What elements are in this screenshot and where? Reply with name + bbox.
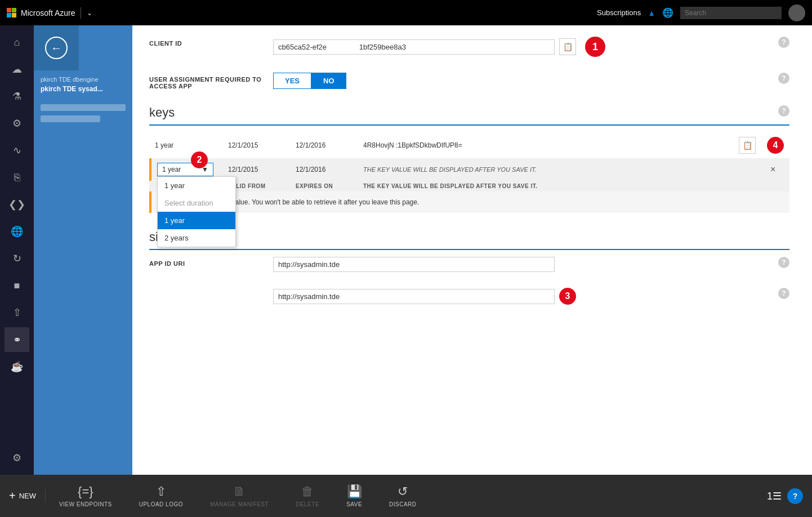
new-key-duration-cell: 1 year ▼ 2 1 year Select duration 1 year: [149, 158, 222, 181]
nav-blur-item-2: [41, 115, 100, 122]
client-id-row: CLIENT ID 📋 1 ?: [149, 37, 789, 57]
new-label: NEW: [19, 492, 36, 500]
key-badge-cell: 4: [761, 132, 789, 158]
search-input[interactable]: [680, 7, 782, 19]
user-assignment-row: USER ASSIGNMENT REQUIRED TO ACCESS APP Y…: [149, 73, 789, 90]
sidebar-item-gear[interactable]: ⚙: [5, 111, 29, 136]
back-arrow-icon: ←: [45, 37, 68, 59]
keys-section-title: keys: [149, 105, 789, 126]
keys-header-wrapper: keys ?: [149, 105, 789, 126]
help-icon-2[interactable]: ?: [778, 73, 789, 84]
help-button[interactable]: ?: [787, 488, 803, 504]
copy-button[interactable]: 📋: [559, 38, 576, 55]
help-icon-sso[interactable]: ?: [778, 257, 789, 268]
sidebar-item-home[interactable]: ⌂: [5, 30, 29, 55]
discard-icon: ↺: [398, 484, 408, 499]
content-area: CLIENT ID 📋 1 ? USER ASSIGNMENT REQUIRED…: [132, 25, 812, 475]
toggle-yes[interactable]: YES: [273, 73, 311, 89]
back-button[interactable]: ←: [34, 25, 79, 70]
sso-field2-input[interactable]: [273, 289, 555, 304]
new-key-valid: 12/1/2015: [228, 166, 258, 173]
help-icon-sso2[interactable]: ?: [778, 288, 789, 299]
sso-header-wrapper: single sign-on: [149, 230, 789, 250]
sidebar-item-wave[interactable]: ∿: [5, 138, 29, 163]
app-id-uri-row: APP ID URI ?: [149, 257, 789, 272]
azure-logo-squares: [7, 8, 16, 17]
help-icon-1[interactable]: ?: [778, 37, 789, 48]
table-row-header: VALID FROM EXPIRES ON THE KEY VALUE WILL…: [149, 181, 789, 191]
sidebar-item-terminal[interactable]: ■: [5, 273, 29, 298]
manifest-icon: 🗎: [233, 484, 246, 499]
delete-button[interactable]: 🗑 DELETE: [282, 484, 333, 507]
table-row: 1 year 12/1/2015 12/1/2016 4R8HovjN :1Bp…: [149, 132, 789, 158]
topbar-divider: [81, 7, 81, 19]
new-button[interactable]: + NEW: [9, 489, 46, 502]
step-badge-4: 4: [767, 137, 784, 154]
nav-current-app: pkirch TDE sysad...: [41, 85, 126, 93]
key-copy-button[interactable]: 📋: [739, 137, 756, 154]
new-key-close-cell: ×: [761, 158, 789, 181]
sidebar-item-chart[interactable]: ⎘: [5, 165, 29, 190]
existing-key-value: 4R8HovjN :1BpkfSDkbwDIfUP8=: [363, 141, 462, 149]
discard-button[interactable]: ↺ DISCARD: [376, 484, 430, 507]
sidebar-item-code[interactable]: ❮❯: [5, 192, 29, 217]
existing-key-duration: 1 year: [155, 141, 173, 149]
plus-icon: +: [9, 489, 16, 502]
sidebar-item-cloud2[interactable]: ☕: [5, 354, 29, 379]
sidebar-item-deploy[interactable]: ⇧: [5, 300, 29, 325]
new-key-value-cell: THE KEY VALUE WILL BE DISPLAYED AFTER YO…: [358, 158, 761, 181]
subscriptions-link[interactable]: Subscriptions: [597, 8, 641, 17]
nav-blur-item-1: [41, 104, 126, 111]
filter-icon[interactable]: ▲: [648, 8, 655, 17]
duration-selected-value: 1 year: [162, 166, 181, 173]
toggle-no[interactable]: NO: [311, 73, 346, 89]
sidebar-item-settings[interactable]: ⚙: [5, 445, 29, 470]
sidebar-item-lab[interactable]: ⚗: [5, 84, 29, 109]
sidebar-item-connect[interactable]: ⚭: [5, 327, 29, 352]
key-duration-cell: 1 year: [149, 132, 222, 158]
col-value: THE KEY VALUE WILL BE DISPLAYED AFTER YO…: [358, 181, 789, 191]
close-key-button[interactable]: ×: [767, 163, 779, 176]
sidebar-item-globe[interactable]: 🌐: [5, 219, 29, 244]
table-row-new: 1 year ▼ 2 1 year Select duration 1 year: [149, 158, 789, 181]
keys-section: keys ? 1 year 12/1/2015 12/1/201: [149, 105, 789, 213]
upload-logo-button[interactable]: ⇧ UPLOAD LOGO: [126, 484, 197, 507]
client-id-label: CLIENT ID: [149, 37, 273, 47]
duration-dropdown-wrapper: 1 year ▼ 2 1 year Select duration 1 year: [157, 163, 213, 176]
logo: Microsoft Azure: [7, 8, 75, 17]
client-id-content: 📋 1: [273, 37, 778, 57]
app-title: Microsoft Azure: [21, 8, 75, 17]
key-expires-cell: 12/1/2016: [290, 132, 358, 158]
step-badge-2: 2: [191, 151, 208, 168]
nav-parent-app[interactable]: pkirch TDE dbengine: [41, 76, 126, 83]
keys-table: 1 year 12/1/2015 12/1/2016 4R8HovjN :1Bp…: [149, 132, 789, 191]
delete-icon: 🗑: [301, 484, 314, 499]
avatar[interactable]: [788, 5, 805, 21]
icon-sidebar: ⌂ ☁ ⚗ ⚙ ∿ ⎘ ❮❯ 🌐 ↻ ■ ⇧ ⚭ ☕ ⚙: [0, 25, 34, 475]
chevron-down-icon[interactable]: ⌄: [87, 9, 92, 17]
sidebar-item-refresh[interactable]: ↻: [5, 246, 29, 271]
nav-panel: ← pkirch TDE dbengine pkirch TDE sysad..…: [34, 25, 132, 475]
upload-icon: ⇧: [156, 484, 166, 499]
app-id-uri-input[interactable]: [273, 257, 555, 272]
dropdown-item-1year-selected[interactable]: 1 year: [158, 212, 235, 229]
dropdown-item-2years[interactable]: 2 years: [158, 229, 235, 247]
manage-manifest-button[interactable]: 🗎 MANAGE MANIFEST: [197, 484, 282, 507]
list-icon[interactable]: 1☰: [767, 490, 782, 502]
nav-app-name: pkirch TDE dbengine pkirch TDE sysad...: [34, 70, 132, 99]
app-id-uri-label: APP ID URI: [149, 257, 273, 267]
save-label: SAVE: [346, 501, 362, 507]
user-assignment-content: YES NO: [273, 73, 778, 89]
view-endpoints-button[interactable]: {=} VIEW ENDPOINTS: [46, 484, 126, 507]
step-badge-3: 3: [559, 288, 576, 305]
view-endpoints-label: VIEW ENDPOINTS: [59, 501, 112, 507]
sidebar-item-cloud[interactable]: ☁: [5, 57, 29, 82]
help-icon-keys[interactable]: ?: [778, 105, 789, 117]
globe-icon[interactable]: 🌐: [662, 7, 673, 18]
key-valid-from-cell: 12/1/2015: [222, 132, 290, 158]
endpoints-icon: {=}: [78, 484, 93, 499]
dropdown-item-1year[interactable]: 1 year: [158, 177, 235, 194]
new-key-expires-cell: 12/1/2016: [290, 158, 358, 181]
client-id-input[interactable]: [273, 39, 555, 55]
save-button[interactable]: 💾 SAVE: [333, 484, 376, 507]
